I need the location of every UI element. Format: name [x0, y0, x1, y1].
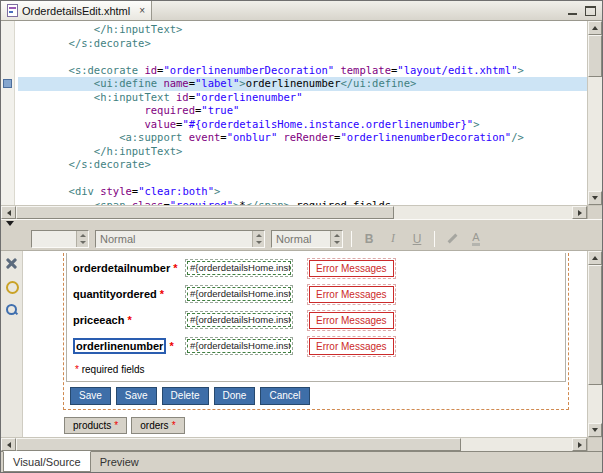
input-field[interactable]: #{orderdetailsHome.instan [187, 313, 291, 327]
scroll-up-icon[interactable] [588, 21, 602, 35]
code-token: > [214, 185, 220, 197]
input-field[interactable]: #{orderdetailsHome.instan [187, 287, 291, 301]
combo-spinner-icon[interactable] [252, 231, 264, 247]
code-line[interactable]: </s:decorate> [18, 158, 587, 172]
source-vscroll-track[interactable] [588, 35, 602, 191]
save-button[interactable]: Save [70, 387, 111, 405]
visual-horizontal-scrollbar[interactable] [1, 437, 602, 451]
visual-hscroll-track[interactable] [16, 438, 572, 451]
visual-vertical-scrollbar[interactable] [587, 251, 602, 437]
code-line[interactable]: </h:inputText> [18, 23, 587, 37]
scroll-up-icon[interactable] [588, 251, 602, 265]
code-token [18, 118, 144, 130]
error-message-box[interactable]: Error Messages [309, 286, 394, 303]
form-tab-orders[interactable]: orders* [131, 417, 184, 434]
form-tab-label: orders [140, 420, 168, 431]
scroll-down-icon[interactable] [588, 423, 602, 437]
code-token: > [473, 118, 479, 130]
scroll-down-icon[interactable] [588, 191, 602, 205]
line-marker-icon[interactable] [3, 79, 12, 88]
error-message-outline[interactable]: Error Messages [307, 258, 396, 279]
input-field-outline[interactable]: #{orderdetailsHome.instan [185, 259, 293, 277]
bold-button[interactable]: B [360, 232, 378, 246]
split-sash[interactable] [1, 219, 602, 227]
input-field-outline[interactable]: #{orderdetailsHome.instan [185, 311, 293, 329]
source-code-area[interactable]: </h:inputText> </s:decorate> <s:decorate… [15, 21, 587, 205]
code-line[interactable] [18, 172, 587, 186]
code-token: event [189, 131, 221, 143]
code-token: "onblur" [227, 131, 278, 143]
required-star: * [124, 314, 131, 326]
error-message-outline[interactable]: Error Messages [307, 336, 396, 357]
code-line[interactable]: required="true" [18, 104, 587, 118]
code-line[interactable]: </h:inputText> [18, 145, 587, 159]
code-line[interactable]: <ui:define name="label">orderlinenumber<… [18, 77, 587, 91]
error-message-box[interactable]: Error Messages [309, 260, 394, 277]
code-token: </ui:define> [340, 77, 416, 89]
block-format-combo[interactable] [31, 230, 89, 248]
magnifier-icon[interactable] [4, 302, 19, 317]
collapse-pane-icon[interactable] [6, 221, 14, 226]
error-message-outline[interactable]: Error Messages [307, 284, 396, 305]
brush-icon[interactable] [4, 279, 19, 294]
visual-design-canvas[interactable]: orderdetailnumber *#{orderdetailsHome.in… [23, 251, 587, 437]
source-vertical-scrollbar[interactable] [587, 21, 602, 205]
code-token: required [144, 104, 195, 116]
scroll-right-icon[interactable] [572, 438, 587, 451]
done-button[interactable]: Done [214, 387, 256, 405]
error-message-box[interactable]: Error Messages [309, 338, 394, 355]
source-hscroll-thumb[interactable] [16, 206, 394, 219]
delete-button[interactable]: Delete [162, 387, 209, 405]
field-label-text[interactable]: orderdetailnumber [73, 262, 170, 274]
field-label-text[interactable]: priceeach [73, 314, 124, 326]
visual-vscroll-thumb[interactable] [588, 265, 602, 385]
editor-tab[interactable]: OrderdetailsEdit.xhtml × [1, 1, 152, 20]
code-line[interactable]: <a:support event="onblur" reRender="orde… [18, 131, 587, 145]
code-line[interactable]: <h:inputText id="orderlinenumber" [18, 91, 587, 105]
code-line[interactable]: <div style="clear:both"> [18, 185, 587, 199]
scroll-left-icon[interactable] [1, 206, 16, 219]
field-label-text[interactable]: quantityordered [73, 288, 157, 300]
font-color-icon[interactable]: A [467, 231, 485, 247]
visual-hscroll-thumb[interactable] [16, 438, 461, 451]
code-line[interactable]: </s:decorate> [18, 37, 587, 51]
visual-vscroll-track[interactable] [588, 265, 602, 423]
maximize-icon[interactable] [584, 5, 597, 17]
code-line[interactable]: <s:decorate id="orderlinenumberDecoratio… [18, 64, 587, 78]
field-label: orderlinenumber * [73, 338, 185, 354]
error-message-box[interactable]: Error Messages [309, 312, 394, 329]
italic-button[interactable]: I [384, 231, 402, 246]
combo-spinner-icon[interactable] [330, 231, 342, 247]
tab-visual-source[interactable]: Visual/Source [3, 451, 91, 472]
source-vscroll-thumb[interactable] [588, 35, 602, 77]
font-size-combo[interactable]: Normal [271, 230, 343, 248]
input-field-outline[interactable]: #{orderdetailsHome.instan [185, 285, 293, 303]
toolbar-separator [434, 231, 435, 247]
tools-icon[interactable] [4, 256, 19, 271]
combo-spinner-icon[interactable] [76, 231, 88, 247]
underline-button[interactable]: U [408, 232, 426, 246]
code-token: <a:support [18, 131, 189, 143]
input-field[interactable]: #{orderdetailsHome.instan [187, 339, 291, 353]
input-field-outline[interactable]: #{orderdetailsHome.instan [185, 337, 293, 355]
highlight-pen-icon[interactable] [443, 231, 461, 247]
minimize-icon[interactable] [566, 5, 579, 17]
scroll-right-icon[interactable] [572, 206, 587, 219]
font-combo[interactable]: Normal [95, 230, 265, 248]
input-field[interactable]: #{orderdetailsHome.instan [187, 261, 291, 275]
form-tab-products[interactable]: products* [64, 417, 127, 434]
scroll-left-icon[interactable] [1, 438, 16, 451]
code-line[interactable]: value="#{orderdetailsHome.instance.order… [18, 118, 587, 132]
cancel-button[interactable]: Cancel [260, 387, 309, 405]
code-line[interactable] [18, 50, 587, 64]
save-button[interactable]: Save [116, 387, 157, 405]
source-horizontal-scrollbar[interactable] [1, 205, 602, 219]
error-message-outline[interactable]: Error Messages [307, 310, 396, 331]
tab-preview[interactable]: Preview [91, 452, 148, 472]
field-label-text[interactable]: orderlinenumber [73, 338, 166, 354]
required-star: * [114, 420, 118, 431]
field-label: quantityordered * [73, 288, 185, 300]
source-hscroll-track[interactable] [16, 206, 572, 219]
close-tab-icon[interactable]: × [139, 6, 145, 16]
code-token: value [144, 118, 176, 130]
